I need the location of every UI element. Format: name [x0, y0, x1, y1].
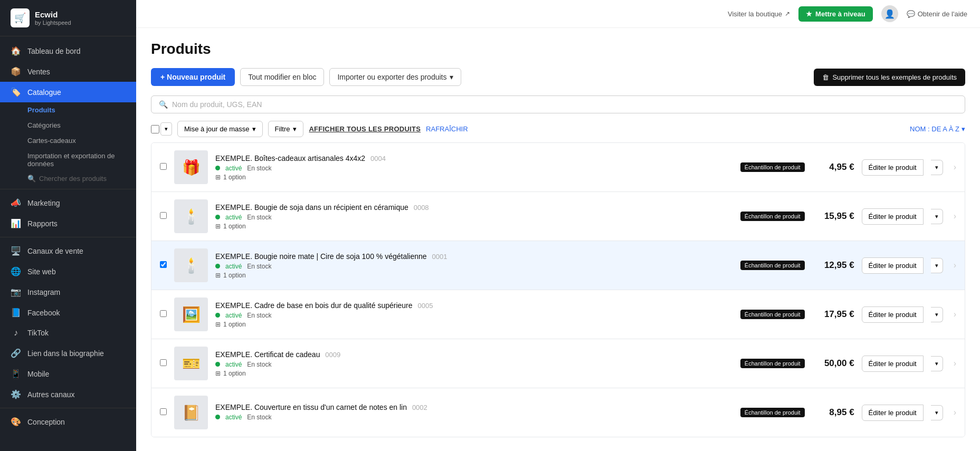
search-icon: 🔍: [159, 100, 168, 109]
refresh-link[interactable]: RAFRAÎCHIR: [426, 125, 468, 133]
product-checkbox[interactable]: [160, 408, 167, 415]
sidebar-item-tiktok[interactable]: ♪ TikTok: [0, 323, 136, 343]
product-list: 🎁 EXEMPLE. Boîtes-cadeaux artisanales 4x…: [151, 142, 965, 437]
product-row[interactable]: 🕯️ EXEMPLE. Bougie de soja dans un récip…: [151, 192, 965, 241]
main-content: Visiter la boutique ↗ ★ Mettre à niveau …: [136, 0, 980, 451]
product-status: activé: [225, 214, 242, 221]
sidebar-item-label: Tableau de bord: [27, 47, 80, 55]
product-row[interactable]: 🕯️ EXEMPLE. Bougie noire mate | Cire de …: [151, 241, 965, 290]
select-all-checkbox[interactable]: [151, 125, 159, 133]
filter-label: Filtre: [275, 125, 290, 133]
row-chevron-icon: ›: [954, 261, 956, 270]
product-options: ⊞ 1 option: [215, 321, 733, 328]
product-id: 0002: [412, 404, 427, 411]
product-price: 4,95 €: [812, 162, 854, 172]
edit-product-dropdown-button[interactable]: ▾: [931, 160, 943, 175]
sidebar-logo: 🛒 Ecwid by Lightspeed: [0, 0, 136, 36]
user-avatar[interactable]: 👤: [881, 5, 898, 22]
sidebar-item-other-channels[interactable]: ⚙️ Autres canaux: [0, 384, 136, 405]
divider-2: [0, 237, 136, 237]
upgrade-button[interactable]: ★ Mettre à niveau: [798, 6, 873, 22]
filter-button[interactable]: Filtre ▾: [268, 121, 304, 137]
product-info: EXEMPLE. Cadre de base en bois dur de qu…: [215, 301, 733, 328]
product-id: 0008: [414, 204, 429, 212]
product-row[interactable]: 🎁 EXEMPLE. Boîtes-cadeaux artisanales 4x…: [151, 143, 965, 192]
sidebar-item-products[interactable]: Produits: [0, 102, 136, 118]
product-checkbox[interactable]: [160, 212, 167, 219]
sidebar-item-mobile[interactable]: 📱 Mobile: [0, 363, 136, 384]
filter-row: ▾ Mise à jour de masse ▾ Filtre ▾ AFFICH…: [151, 121, 965, 137]
edit-product-button[interactable]: Éditer le produit: [862, 405, 924, 421]
external-link-icon: ↗: [785, 10, 790, 17]
product-status: activé: [225, 263, 242, 270]
product-row[interactable]: 📔 EXEMPLE. Couverture en tissu d'un carn…: [151, 388, 965, 437]
product-id: 0001: [432, 253, 447, 261]
select-dropdown-button[interactable]: ▾: [160, 122, 172, 136]
sidebar-nav: 🏠 Tableau de bord 📦 Ventes 🏷️ Catalogue …: [0, 36, 136, 451]
product-checkbox-wrap: [160, 408, 167, 417]
product-options: ⊞ 1 option: [215, 272, 733, 279]
edit-product-button[interactable]: Éditer le produit: [862, 306, 924, 323]
mobile-icon: 📱: [11, 369, 21, 379]
delete-all-button[interactable]: 🗑 Supprimer tous les exemples de produit…: [814, 69, 965, 86]
edit-product-button[interactable]: Éditer le produit: [862, 356, 924, 372]
sidebar-item-label: Marketing: [27, 199, 60, 207]
show-all-link[interactable]: AFFICHER TOUS LES PRODUITS: [309, 125, 421, 133]
product-row[interactable]: 🖼️ EXEMPLE. Cadre de base en bois dur de…: [151, 290, 965, 339]
sidebar-item-website[interactable]: 🌐 Site web: [0, 261, 136, 282]
status-indicator: [215, 415, 220, 419]
product-checkbox[interactable]: [160, 261, 167, 268]
sidebar-item-label: Site web: [27, 267, 56, 276]
sidebar-item-marketing[interactable]: 📣 Marketing: [0, 193, 136, 213]
product-price: 8,95 €: [812, 407, 854, 418]
option-icon: ⊞: [215, 223, 221, 230]
edit-product-dropdown-button[interactable]: ▾: [931, 209, 943, 224]
chevron-down-icon: ▾: [293, 125, 297, 133]
sidebar-item-import-export[interactable]: Importation et exportation de données: [0, 148, 136, 171]
product-options: ⊞ 1 option: [215, 223, 733, 230]
sidebar-item-dashboard[interactable]: 🏠 Tableau de bord: [0, 41, 136, 61]
mass-update-button[interactable]: Mise à jour de masse ▾: [177, 121, 263, 137]
product-status: activé: [225, 361, 242, 368]
product-meta: activé En stock: [215, 165, 733, 172]
edit-product-dropdown-button[interactable]: ▾: [931, 307, 943, 322]
star-icon: ★: [806, 10, 812, 18]
edit-product-button[interactable]: Éditer le produit: [862, 208, 924, 225]
edit-product-dropdown-button[interactable]: ▾: [931, 258, 943, 273]
product-info: EXEMPLE. Bougie de soja dans un récipien…: [215, 203, 733, 230]
sort-label[interactable]: NOM : DE A À Z ▾: [910, 125, 965, 133]
import-export-button[interactable]: Importer ou exporter des produits ▾: [329, 68, 461, 86]
topbar: Visiter la boutique ↗ ★ Mettre à niveau …: [136, 0, 980, 28]
sidebar-search-input[interactable]: [39, 175, 126, 183]
edit-product-button[interactable]: Éditer le produit: [862, 257, 924, 274]
product-stock: En stock: [247, 414, 271, 421]
product-price: 15,95 €: [812, 211, 854, 222]
product-checkbox[interactable]: [160, 359, 167, 366]
search-input[interactable]: [172, 100, 957, 109]
help-link[interactable]: 💬 Obtenir de l'aide: [907, 10, 967, 18]
product-row[interactable]: 🎫 EXEMPLE. Certificat de cadeau 0009 act…: [151, 339, 965, 388]
sidebar-item-reports[interactable]: 📊 Rapports: [0, 213, 136, 234]
sidebar-item-label: Ventes: [27, 68, 50, 76]
edit-product-dropdown-button[interactable]: ▾: [931, 405, 943, 420]
product-stock: En stock: [247, 165, 271, 172]
sidebar-item-facebook[interactable]: 📘 Facebook: [0, 302, 136, 323]
edit-product-button[interactable]: Éditer le produit: [862, 159, 924, 176]
sidebar-item-categories[interactable]: Catégories: [0, 118, 136, 133]
row-chevron-icon: ›: [954, 310, 956, 319]
sidebar-item-design[interactable]: 🎨 Conception: [0, 411, 136, 432]
sidebar-item-catalogue[interactable]: 🏷️ Catalogue: [0, 82, 136, 102]
sidebar-item-gift-cards[interactable]: Cartes-cadeaux: [0, 133, 136, 148]
sidebar-item-sales[interactable]: 📦 Ventes: [0, 61, 136, 82]
product-checkbox[interactable]: [160, 310, 167, 317]
divider-3: [0, 408, 136, 408]
product-checkbox[interactable]: [160, 163, 167, 170]
bulk-edit-button[interactable]: Tout modifier en bloc: [240, 68, 324, 86]
sidebar-item-bio-link[interactable]: 🔗 Lien dans la biographie: [0, 343, 136, 363]
sidebar-item-sales-channels[interactable]: 🖥️ Canaux de vente: [0, 241, 136, 261]
edit-product-dropdown-button[interactable]: ▾: [931, 356, 943, 371]
sidebar-item-instagram[interactable]: 📷 Instagram: [0, 282, 136, 302]
product-info: EXEMPLE. Certificat de cadeau 0009 activ…: [215, 350, 733, 377]
new-product-button[interactable]: + Nouveau produit: [151, 68, 235, 86]
visit-store-link[interactable]: Visiter la boutique ↗: [728, 10, 790, 18]
